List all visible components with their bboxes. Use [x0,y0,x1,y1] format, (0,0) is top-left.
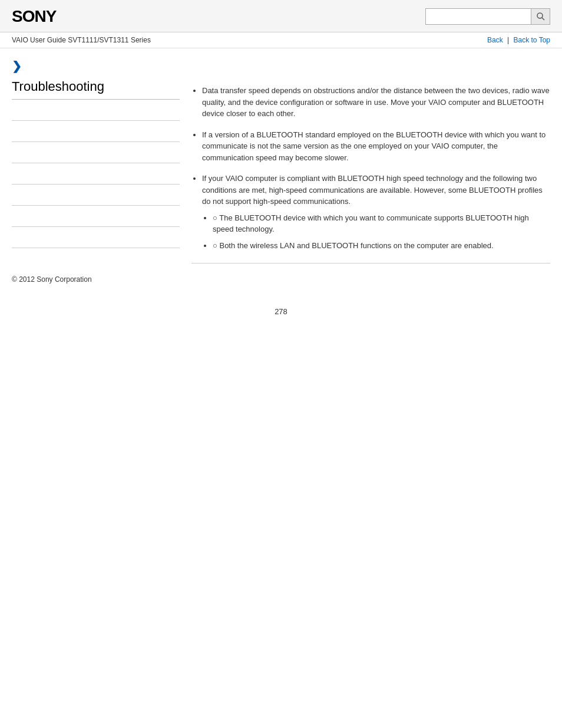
search-input[interactable] [425,8,531,25]
list-item: If a version of a BLUETOOTH standard emp… [202,129,550,164]
svg-line-1 [542,18,544,20]
content-divider [191,263,550,263]
search-button[interactable] [531,8,550,25]
sub-bullet-text-1: The BLUETOOTH device with which you want… [213,213,529,234]
sidebar-item [12,100,180,121]
chevron-row: ❯ [0,48,562,79]
nav-separator: | [507,36,509,44]
back-to-top-link[interactable]: Back to Top [514,36,550,44]
sidebar-item [12,206,180,227]
content-area: Data transfer speed depends on obstructi… [191,79,550,263]
page-header: SONY [0,0,562,32]
footer: © 2012 Sony Corporation [0,263,562,295]
back-link[interactable]: Back [487,36,503,44]
sidebar-title: Troubleshooting [12,79,180,100]
list-item: If your VAIO computer is compliant with … [202,173,550,251]
sidebar: Troubleshooting [12,79,180,263]
copyright-text: © 2012 Sony Corporation [12,275,92,284]
search-area [425,8,550,25]
sidebar-item [12,163,180,185]
sidebar-item [12,227,180,248]
bullet-text-2: If a version of a BLUETOOTH standard emp… [202,130,546,162]
sony-logo: SONY [12,7,56,26]
sub-list: The BLUETOOTH device with which you want… [202,212,550,252]
content-list: Data transfer speed depends on obstructi… [191,85,550,251]
page-number: 278 [0,295,562,328]
svg-point-0 [537,13,543,18]
bullet-text-3: If your VAIO computer is compliant with … [202,174,543,206]
breadcrumb: VAIO User Guide SVT1111/SVT1311 Series [12,36,151,44]
search-icon [536,12,546,21]
list-item: Data transfer speed depends on obstructi… [202,85,550,120]
sidebar-item [12,121,180,142]
sidebar-item [12,185,180,206]
sub-bullet-text-2: Both the wireless LAN and BLUETOOTH func… [219,241,493,250]
sidebar-item [12,142,180,163]
chevron-icon: ❯ [12,60,22,73]
sub-list-item: The BLUETOOTH device with which you want… [213,212,550,235]
sub-list-item: Both the wireless LAN and BLUETOOTH func… [213,240,550,252]
bullet-text-1: Data transfer speed depends on obstructi… [202,86,550,118]
nav-bar: VAIO User Guide SVT1111/SVT1311 Series B… [0,32,562,48]
main-content: Troubleshooting Data transfer speed depe… [0,79,562,263]
nav-links: Back | Back to Top [487,36,550,44]
